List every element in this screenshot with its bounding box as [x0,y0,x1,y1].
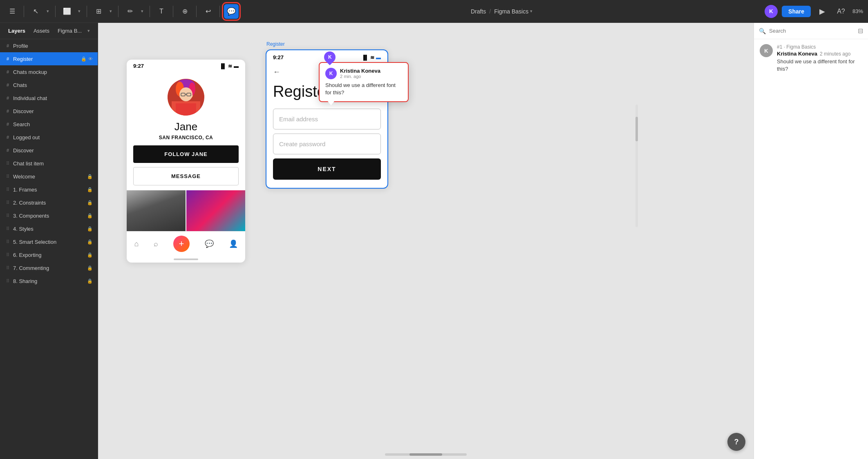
canvas-scrollbar-thumb [409,453,442,456]
layer-dots-styles: ⠿ [5,226,11,232]
next-button[interactable]: NEXT [273,158,381,180]
text-tool[interactable]: T [154,4,169,19]
layer-badges-commenting: 🔒 [87,265,93,271]
pen-tool-dropdown[interactable]: ▾ [139,4,145,19]
profile-nav-icon[interactable]: 👤 [229,239,238,248]
tab-assets[interactable]: Assets [30,26,53,36]
canvas-scrollbar[interactable] [385,453,467,456]
project-name-text: Figma Basics [494,8,528,15]
comment-text: Should we use a different font for this? [325,82,402,96]
layer-name-discover-2: Discover [13,147,93,154]
move-tool-dropdown[interactable]: ▾ [45,4,51,19]
layer-badges-constraints: 🔒 [87,200,93,205]
layer-name-search: Search [13,121,93,127]
layer-item-sharing[interactable]: ⠿ 8. Sharing 🔒 [0,274,98,287]
toolbar-right: K Share ▶ A? 83% [765,4,863,19]
thread-num: #1 · Figma Basics [777,44,816,50]
comment-header: K Kristina Koneva 2 min. ago [325,68,402,79]
component-tool[interactable]: ⊕ [177,4,192,19]
layer-item-chat-list[interactable]: ⠿ Chat list item [0,157,98,170]
layer-name-styles: 4. Styles [13,226,85,232]
scale-tool[interactable]: ⊞ [91,4,106,19]
layer-item-components[interactable]: ⠿ 3. Components 🔒 [0,209,98,222]
menu-button[interactable]: ☰ [5,4,20,19]
email-placeholder: Email address [279,116,318,123]
user-avatar[interactable]: K [765,5,778,18]
profile-location: SAN FRANCISCO, CA [127,135,245,145]
layer-badges-welcome: 🔒 [87,174,93,179]
layer-dots-sharing: ⠿ [5,279,11,284]
layer-grid-icon-discover2: # [5,148,11,153]
main-layout: Layers Assets Figma B... ▾ # Profile # R… [0,23,868,459]
layer-item-register[interactable]: # Register 🔒 👁 [0,52,98,65]
layer-grid-icon-chats-mockup: # [5,69,11,74]
toolbar-sep-7 [196,6,197,17]
move-tool[interactable]: ↖ [28,4,43,19]
frame-tool-dropdown[interactable]: ▾ [76,4,83,19]
layer-name-sharing: 8. Sharing [13,278,85,284]
password-input[interactable]: Create password [273,134,381,154]
comment-thread: K #1 · Figma Basics Kristina Koneva 2 mi… [754,39,868,78]
layer-item-constraints[interactable]: ⠿ 2. Constraints 🔒 [0,196,98,209]
right-scrollbar-track [635,105,638,227]
email-input[interactable]: Email address [273,109,381,129]
thread-author: Kristina Koneva [777,51,817,57]
filter-icon[interactable]: ⊟ [858,27,863,35]
help-button[interactable]: ? [727,433,745,451]
toolbar-sep-6 [173,6,173,17]
scale-tool-dropdown[interactable]: ▾ [107,4,114,19]
layer-item-frames[interactable]: ⠿ 1. Frames 🔒 [0,183,98,196]
zoom-level[interactable]: 83% [852,8,863,14]
wifi-icon: ≋ [228,63,232,69]
layers-list: # Profile # Register 🔒 👁 # Chats mockup … [0,39,98,287]
layer-item-chats[interactable]: # Chats [0,78,98,91]
layer-item-individual-chat[interactable]: # Individual chat [0,91,98,105]
frame-tool[interactable]: ⬜ [60,4,74,19]
layer-item-styles[interactable]: ⠿ 4. Styles 🔒 [0,222,98,235]
add-button[interactable]: + [173,236,190,252]
password-placeholder: Create password [279,140,325,147]
message-button[interactable]: MESSAGE [133,167,239,185]
lock-icon-components: 🔒 [87,213,93,218]
breadcrumb-sep: / [489,8,491,15]
layer-item-discover-2[interactable]: # Discover [0,144,98,157]
share-button[interactable]: Share [782,6,811,17]
layer-dots-welcome: ⠿ [5,174,11,179]
right-sidebar: 🔍 ⊟ K #1 · Figma Basics Kristina Koneva … [754,23,868,459]
pen-tool[interactable]: ✏ [123,4,137,19]
layer-name-constraints: 2. Constraints [13,200,85,206]
canvas-area[interactable]: 9:27 ▐▌ ≋ ▬ [98,23,754,459]
layer-item-exporting[interactable]: ⠿ 6. Exporting 🔒 [0,248,98,261]
layer-item-logged-out[interactable]: # Logged out [0,131,98,144]
layer-dots-smart: ⠿ [5,239,11,245]
search-nav-icon[interactable]: ⌕ [154,240,158,248]
lock-icon-constraints: 🔒 [87,200,93,205]
layer-grid-icon-individual: # [5,96,11,100]
layer-item-discover-1[interactable]: # Discover [0,105,98,118]
layer-item-chats-mockup[interactable]: # Chats mockup [0,65,98,78]
tab-layers[interactable]: Layers [5,26,29,36]
project-name[interactable]: Figma Basics ▾ [494,8,532,15]
layer-item-smart-selection[interactable]: ⠿ 5. Smart Selection 🔒 [0,235,98,248]
comment-icon-right[interactable]: A? [834,4,848,19]
layer-item-profile[interactable]: # Profile [0,39,98,52]
chat-nav-icon[interactable]: 💬 [205,239,214,248]
undo-tool[interactable]: ↩ [201,4,215,19]
chevron-down-icon: ▾ [530,9,532,14]
home-nav-icon[interactable]: ⌂ [134,240,139,248]
play-button[interactable]: ▶ [815,4,830,19]
chevron-down-icon-sidebar: ▾ [87,28,90,33]
comment-tool[interactable]: 💬 [224,4,239,19]
layer-item-welcome[interactable]: ⠿ Welcome 🔒 [0,170,98,183]
comment-meta: Kristina Koneva 2 min. ago [340,68,380,79]
layer-name-discover-1: Discover [13,108,93,114]
tab-figma-basics[interactable]: Figma B... [54,26,85,36]
follow-button[interactable]: FOLLOW JANE [133,145,239,163]
layer-grid-icon-discover1: # [5,109,11,114]
layer-item-search[interactable]: # Search [0,118,98,131]
right-search-input[interactable] [769,28,855,34]
layer-item-commenting[interactable]: ⠿ 7. Commenting 🔒 [0,261,98,274]
home-indicator [127,256,245,263]
lock-icon-frames: 🔒 [87,187,93,192]
avatar-image [168,79,204,116]
